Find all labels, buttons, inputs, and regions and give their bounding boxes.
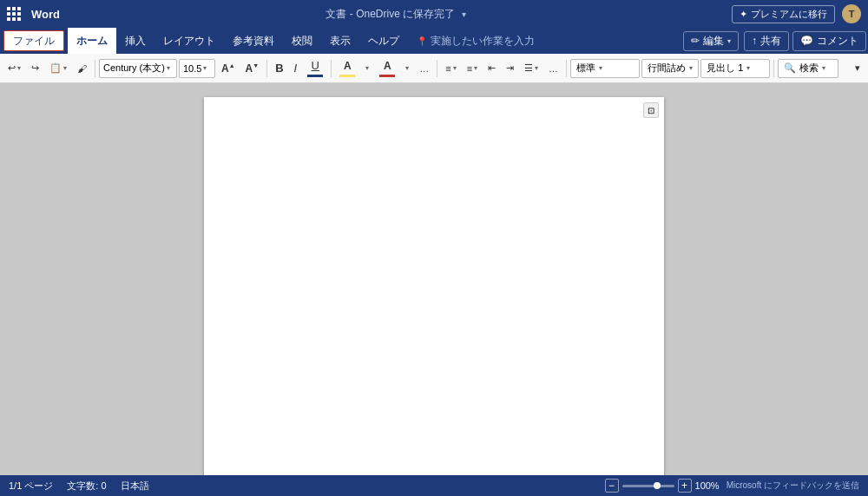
menu-help[interactable]: ヘルプ (359, 28, 408, 54)
comment-icon: 💬 (800, 35, 813, 47)
menu-file[interactable]: ファイル (3, 30, 64, 51)
number-list-icon: ≡ (467, 63, 472, 74)
clipboard-button[interactable]: 📋 ▾ (45, 60, 71, 76)
separator5 (566, 60, 567, 77)
align-dropdown-icon: ▾ (535, 64, 538, 72)
highlight-color-bar (339, 75, 355, 77)
document-area[interactable]: ⊡ (0, 83, 868, 475)
word-count: 文字数: 0 (67, 480, 106, 493)
pencil-icon: ✏ (691, 35, 700, 47)
more-formatting-button[interactable]: … (415, 61, 433, 76)
font-grow-button[interactable]: A▲ (217, 60, 240, 77)
bullet-list-button[interactable]: ≡ ▾ (441, 61, 460, 76)
number-list-button[interactable]: ≡ ▾ (463, 61, 482, 76)
zoom-slider[interactable] (622, 485, 674, 487)
highlight-icon: A (344, 60, 352, 72)
ribbon-expand-button[interactable]: ▾ (851, 60, 865, 76)
format-painter-button[interactable]: 🖌 (73, 61, 91, 76)
font-shrink-button[interactable]: A▼ (241, 60, 264, 77)
font-color-button[interactable]: A (375, 57, 399, 80)
menu-right-actions: ✏ 編集 ▾ ↑ 共有 💬 コメント (680, 28, 868, 54)
undo-button[interactable]: ↩ ▾ (3, 60, 25, 76)
font-shrink-icon: A▼ (246, 62, 260, 75)
underline-icon: U (312, 59, 319, 72)
more-icon: … (419, 63, 429, 74)
align-button[interactable]: ☰ ▾ (520, 60, 542, 76)
bullet-dropdown-icon: ▾ (453, 64, 457, 72)
decrease-indent-icon: ⇤ (488, 62, 496, 74)
ribbon-expand-icon: ▾ (855, 62, 860, 74)
font-size-value: 10.5 (183, 63, 201, 74)
increase-indent-button[interactable]: ⇥ (502, 60, 518, 76)
edit-dropdown-icon: ▾ (727, 37, 731, 45)
zoom-controls: − + 100% (605, 479, 720, 493)
menu-view[interactable]: 表示 (321, 28, 359, 54)
increase-indent-icon: ⇥ (506, 62, 514, 74)
separator2 (266, 60, 267, 77)
font-size-selector[interactable]: 10.5 ▾ (179, 59, 215, 78)
search-box[interactable]: 🔍 検索 ▾ (778, 59, 838, 78)
highlight-button[interactable]: A (335, 57, 359, 80)
number-dropdown-icon: ▾ (474, 64, 477, 72)
zoom-in-button[interactable]: + (678, 479, 692, 493)
menu-home[interactable]: ホーム (68, 28, 116, 54)
highlight-dropdown-icon: ▾ (365, 64, 369, 72)
font-color-bar (379, 75, 395, 77)
edit-button[interactable]: ✏ 編集 ▾ (683, 31, 739, 51)
title-dropdown-icon[interactable]: ▾ (462, 10, 466, 19)
redo-button[interactable]: ↪ (27, 60, 43, 76)
menu-insert[interactable]: 挿入 (116, 28, 155, 54)
separator4 (437, 60, 437, 77)
clipboard-dropdown-icon: ▾ (63, 64, 67, 72)
redo-icon: ↪ (31, 62, 39, 74)
italic-button[interactable]: I (290, 59, 302, 77)
avatar[interactable]: T (842, 4, 861, 23)
feedback-label[interactable]: Microsoft にフィードバックを送信 (727, 480, 859, 492)
menu-layout[interactable]: レイアウト (155, 28, 224, 54)
app-grid-icon[interactable] (7, 7, 21, 21)
highlight-dropdown-button[interactable]: ▾ (361, 62, 373, 75)
underline-button[interactable]: U (303, 56, 327, 80)
comment-button[interactable]: 💬 コメント (792, 31, 866, 51)
clipboard-icon: 📋 (49, 62, 62, 74)
format-painter-icon: 🖌 (77, 63, 87, 74)
bold-button[interactable]: B (271, 59, 287, 77)
separator3 (331, 60, 332, 77)
heading-selector[interactable]: 見出し 1 ▾ (700, 59, 770, 78)
ribbon-row1: ↩ ▾ ↪ 📋 ▾ 🖌 Century (本文) ▾ 10.5 ▾ A▲ A▼ … (0, 54, 868, 83)
app-name: Word (31, 8, 60, 21)
font-color-dropdown-icon: ▾ (405, 64, 409, 72)
menu-references[interactable]: 参考資料 (224, 28, 283, 54)
share-button[interactable]: ↑ 共有 (744, 31, 789, 51)
font-size-dropdown-icon: ▾ (203, 64, 207, 72)
menu-review[interactable]: 校閲 (283, 28, 321, 54)
font-name-selector[interactable]: Century (本文) ▾ (99, 59, 177, 78)
document-page[interactable]: ⊡ (204, 97, 664, 475)
bold-icon: B (275, 62, 283, 75)
undo-icon: ↩ (8, 62, 16, 74)
title-bar-left: Word (7, 7, 60, 21)
style-selector[interactable]: 標準 ▾ (570, 59, 640, 78)
share-icon: ↑ (752, 35, 757, 47)
font-color-icon: A (384, 60, 391, 72)
more-paragraph-button[interactable]: … (544, 61, 562, 76)
zoom-out-button[interactable]: − (605, 479, 619, 493)
underline-color-bar (307, 75, 323, 77)
doc-title: 文書 - OneDrive に保存完了 (326, 8, 455, 20)
menu-search[interactable]: 📍 実施したい作業を入力 (408, 28, 543, 54)
decrease-indent-button[interactable]: ⇤ (483, 60, 500, 76)
line-spacing-selector[interactable]: 行間詰め ▾ (641, 59, 699, 78)
font-grow-icon: A▲ (221, 62, 235, 75)
font-color-dropdown-button[interactable]: ▾ (401, 62, 413, 75)
doc-corner-button[interactable]: ⊡ (643, 102, 659, 118)
undo-dropdown-icon: ▾ (17, 64, 21, 72)
premium-icon: ✦ (740, 9, 747, 20)
heading-dropdown-icon: ▾ (746, 64, 750, 72)
title-bar-right: ✦ プレミアムに移行 T (732, 4, 861, 23)
search-dropdown-icon: ▾ (822, 64, 825, 72)
premium-button[interactable]: ✦ プレミアムに移行 (732, 5, 835, 23)
search-label: 検索 (799, 62, 819, 75)
bullet-list-icon: ≡ (445, 63, 450, 74)
font-name-value: Century (本文) (103, 62, 165, 75)
page-info: 1/1 ページ (9, 480, 53, 493)
